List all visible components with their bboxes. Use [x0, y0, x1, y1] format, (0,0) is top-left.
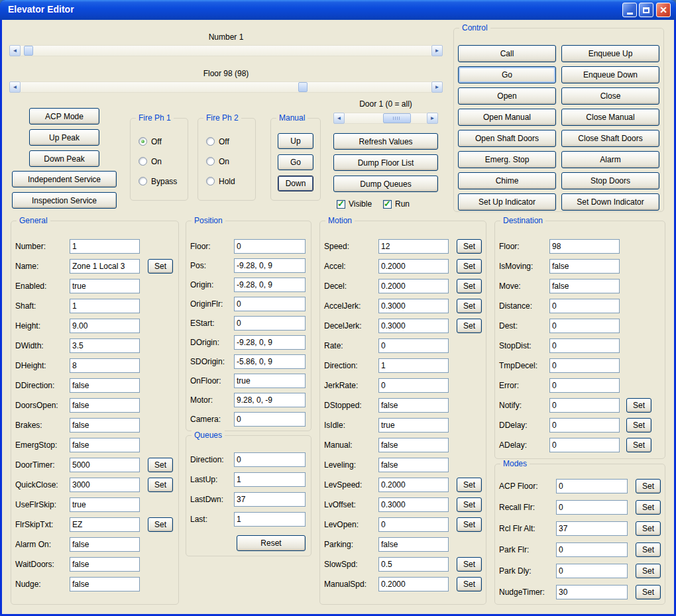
set-button[interactable]: Set: [457, 577, 482, 591]
scroll-left-icon[interactable]: ◄: [333, 113, 345, 124]
field-input[interactable]: [70, 577, 140, 591]
field-input[interactable]: [70, 438, 140, 452]
field-input[interactable]: [70, 299, 140, 313]
set-button[interactable]: Set: [457, 319, 482, 333]
field-input[interactable]: [70, 378, 140, 393]
set-button[interactable]: Set: [148, 259, 173, 274]
control-button[interactable]: Enqueue Up: [561, 45, 659, 62]
set-button[interactable]: Set: [457, 497, 482, 512]
scroll-right-icon[interactable]: ►: [431, 45, 443, 56]
set-button[interactable]: Set: [457, 557, 482, 572]
visible-checkbox[interactable]: Visible: [337, 199, 372, 209]
set-button[interactable]: Set: [457, 259, 482, 274]
control-button[interactable]: Stop Doors: [561, 172, 659, 189]
field-input[interactable]: [70, 279, 140, 293]
elevator-scrollbar-thumb[interactable]: [24, 46, 33, 56]
radio-option[interactable]: On: [206, 156, 235, 167]
control-button[interactable]: Set Down Indicator: [561, 193, 659, 211]
control-button[interactable]: Call: [458, 45, 556, 62]
manual-down-button[interactable]: Down: [278, 176, 313, 191]
set-button[interactable]: Set: [457, 279, 482, 293]
set-button[interactable]: Set: [457, 517, 482, 532]
field-input[interactable]: [234, 412, 306, 427]
field-input[interactable]: [378, 398, 449, 413]
field-input[interactable]: [234, 335, 306, 350]
field-input[interactable]: [378, 497, 449, 512]
control-button[interactable]: Set Up Indicator: [458, 193, 556, 211]
field-input[interactable]: [234, 393, 306, 407]
reset-button[interactable]: Reset: [237, 535, 306, 551]
radio-option[interactable]: Off: [206, 136, 235, 147]
scroll-right-icon[interactable]: ►: [431, 81, 443, 93]
down-peak-button[interactable]: Down Peak: [29, 150, 99, 167]
manual-go-button[interactable]: Go: [278, 154, 313, 170]
run-checkbox[interactable]: Run: [383, 199, 410, 209]
set-button[interactable]: Set: [636, 521, 661, 536]
field-input[interactable]: [556, 542, 628, 557]
set-button[interactable]: Set: [457, 478, 482, 492]
field-input[interactable]: [549, 338, 620, 353]
field-input[interactable]: [378, 299, 449, 313]
close-button[interactable]: ✕: [656, 3, 671, 17]
field-input[interactable]: [378, 418, 449, 433]
field-input[interactable]: [378, 338, 449, 353]
field-input[interactable]: [556, 479, 628, 493]
control-button[interactable]: Close: [561, 87, 659, 105]
field-input[interactable]: [549, 319, 620, 333]
set-button[interactable]: Set: [148, 458, 173, 472]
control-button[interactable]: Close Shaft Doors: [561, 130, 659, 147]
set-button[interactable]: Set: [636, 500, 661, 515]
field-input[interactable]: [549, 239, 620, 254]
set-button[interactable]: Set: [457, 299, 482, 313]
field-input[interactable]: [234, 239, 306, 254]
set-button[interactable]: Set: [636, 542, 661, 557]
control-button[interactable]: Open Shaft Doors: [458, 130, 556, 147]
set-button[interactable]: Set: [457, 239, 482, 254]
control-button[interactable]: Go: [458, 66, 556, 83]
field-input[interactable]: [378, 517, 449, 532]
field-input[interactable]: [378, 259, 449, 274]
field-input[interactable]: [378, 358, 449, 373]
control-button[interactable]: Emerg. Stop: [458, 151, 556, 168]
radio-option[interactable]: Bypass: [139, 176, 177, 187]
set-button[interactable]: Set: [626, 418, 651, 433]
field-input[interactable]: [234, 374, 306, 388]
field-input[interactable]: [234, 472, 306, 487]
field-input[interactable]: [549, 418, 620, 433]
minimize-button[interactable]: [622, 3, 637, 17]
field-input[interactable]: [378, 378, 449, 393]
set-button[interactable]: Set: [626, 438, 651, 452]
floor-scrollbar-track[interactable]: [21, 81, 431, 93]
field-input[interactable]: [549, 259, 620, 274]
field-input[interactable]: [378, 458, 449, 472]
field-input[interactable]: [234, 316, 306, 331]
floor-scrollbar-thumb[interactable]: [298, 82, 308, 92]
field-input[interactable]: [378, 239, 449, 254]
field-input[interactable]: [70, 259, 140, 274]
up-peak-button[interactable]: Up Peak: [29, 129, 99, 146]
field-input[interactable]: [549, 279, 620, 293]
elevator-scrollbar-track[interactable]: [21, 45, 431, 56]
field-input[interactable]: [378, 319, 449, 333]
radio-option[interactable]: Off: [139, 136, 177, 147]
field-input[interactable]: [70, 398, 140, 413]
field-input[interactable]: [378, 557, 449, 572]
field-input[interactable]: [234, 354, 306, 369]
radio-option[interactable]: On: [139, 156, 177, 167]
inspection-service-button[interactable]: Inspection Service: [12, 192, 117, 209]
control-button[interactable]: Alarm: [561, 151, 659, 168]
field-input[interactable]: [549, 438, 620, 452]
door-scrollbar-thumb[interactable]: [383, 113, 411, 123]
scroll-left-icon[interactable]: ◄: [9, 81, 21, 93]
field-input[interactable]: [70, 239, 140, 254]
field-input[interactable]: [549, 299, 620, 313]
set-button[interactable]: Set: [636, 585, 661, 599]
field-input[interactable]: [378, 537, 449, 552]
field-input[interactable]: [378, 279, 449, 293]
field-input[interactable]: [70, 478, 140, 492]
scroll-right-icon[interactable]: ►: [427, 113, 438, 124]
set-button[interactable]: Set: [148, 517, 173, 532]
set-button[interactable]: Set: [636, 479, 661, 493]
field-input[interactable]: [70, 517, 140, 532]
scroll-left-icon[interactable]: ◄: [9, 45, 21, 56]
